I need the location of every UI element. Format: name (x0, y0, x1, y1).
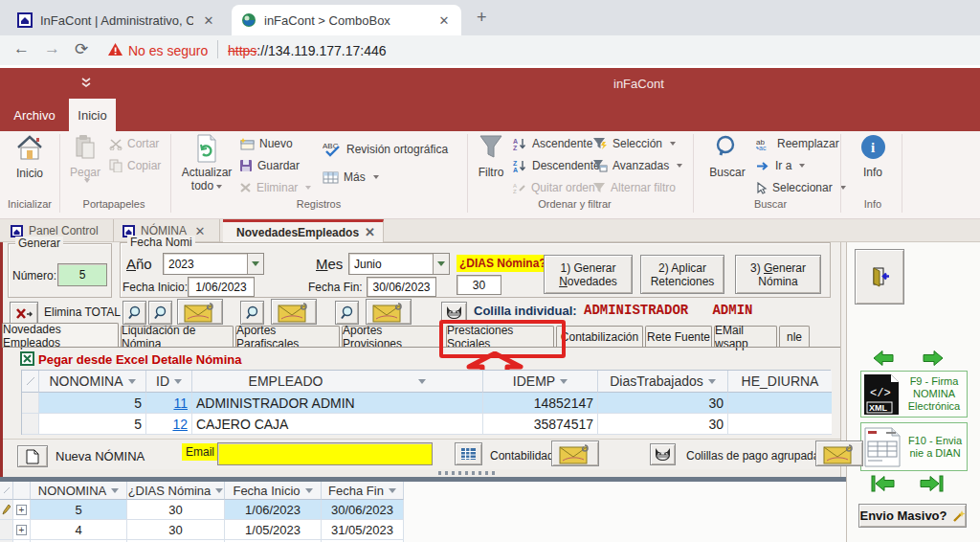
cell-he-diurna[interactable] (728, 414, 832, 435)
subtab-novedades-empleados[interactable]: Novedades Empleados (2, 323, 119, 348)
cell-id[interactable]: 11 (146, 393, 192, 414)
new-tab-icon[interactable]: + (477, 8, 487, 28)
ribbon-reemplazar-button[interactable]: abac Reemplazar (756, 137, 839, 150)
ribbon-descendente-button[interactable]: ZA Descendente (513, 159, 600, 172)
id-link[interactable]: 12 (172, 417, 188, 432)
url-text[interactable]: https://134.119.177.17:446 (228, 43, 387, 58)
mes-combobox[interactable]: Junio (348, 253, 450, 275)
contabilidad-email-button[interactable] (551, 440, 599, 466)
ano-combobox[interactable]: 2023 (163, 253, 264, 275)
envio-masivo-button[interactable]: Envio Masivo? (858, 504, 967, 528)
ribbon-info-button[interactable]: i Info (854, 134, 892, 179)
cell-empleado[interactable]: ADMINISTRADOR ADMIN (192, 393, 483, 414)
sort-icon[interactable] (418, 379, 426, 384)
security-warning-text[interactable]: No es seguro (128, 43, 208, 58)
cell-dias[interactable]: 30 (127, 520, 225, 540)
email-send-button-1[interactable] (177, 299, 223, 325)
ribbon-quitar-orden-button[interactable]: AZ Quitar orden (513, 181, 595, 194)
row-selector[interactable] (22, 414, 39, 435)
sort-icon[interactable] (111, 488, 119, 493)
tab-inicio[interactable]: Inicio (69, 99, 116, 131)
nueva-nomina-button[interactable] (17, 445, 48, 467)
id-link[interactable]: 11 (173, 395, 188, 411)
contabilidad-grid-button[interactable] (455, 442, 482, 465)
cell-he-diurna[interactable] (728, 393, 832, 414)
sort-icon[interactable] (305, 488, 313, 493)
elimina-total-button[interactable] (10, 302, 38, 325)
f9-firma-button[interactable]: </>XML F9 - Firma NOMINA Electrónica (860, 371, 968, 418)
email-send-button-3[interactable] (366, 299, 412, 325)
cell-idemp[interactable]: 14852147 (483, 393, 598, 414)
splitter-bar[interactable] (3, 469, 840, 477)
cell-fecha-inicio[interactable]: 1/05/2023 (225, 520, 322, 540)
sort-icon[interactable] (560, 379, 568, 384)
tab-close-icon[interactable]: ✕ (201, 12, 216, 28)
mes-dropdown-icon[interactable] (433, 254, 449, 274)
ribbon-inicio-button[interactable]: Inicio (8, 134, 52, 180)
numero-field[interactable]: 5 (57, 263, 107, 286)
subtab-aportes-parafiscales[interactable]: Aportes Parafiscales (235, 326, 340, 347)
ano-dropdown-icon[interactable] (247, 254, 263, 274)
ribbon-guardar-button[interactable]: Guardar (239, 159, 300, 172)
tab-archivo[interactable]: Archivo (8, 99, 61, 131)
exit-button[interactable] (855, 249, 904, 305)
doctab-close-icon[interactable]: ✕ (365, 225, 375, 240)
col-header-fecha-fin[interactable]: Fecha Fin (322, 482, 404, 500)
cell-nonomina[interactable]: 5 (39, 414, 146, 435)
cell-fecha-fin[interactable]: 30/06/2023 (322, 500, 404, 520)
forward-icon[interactable]: → (44, 39, 60, 58)
col-header-idemp[interactable]: IDEMP (483, 371, 598, 393)
doctab-novedades-empleados[interactable]: NovedadesEmpleados ✕ (223, 219, 384, 242)
sort-icon[interactable] (708, 379, 716, 384)
ribbon-pegar-button[interactable]: Pegar (65, 134, 105, 183)
ribbon-copiar-button[interactable]: Copiar (109, 159, 161, 172)
excel-icon[interactable] (20, 351, 34, 366)
cell-nonomina[interactable]: 5 (39, 393, 146, 414)
ribbon-actualizar-todo-button[interactable]: Actualizar todo (180, 134, 234, 192)
cell-fecha-inicio[interactable]: 1/06/2023 (225, 500, 322, 520)
ribbon-seleccionar-button[interactable]: Seleccionar (756, 181, 846, 194)
dias-nomina-field[interactable]: 30 (457, 275, 501, 295)
cell-fecha-fin[interactable]: 31/05/2023 (322, 520, 404, 540)
ribbon-mas-button[interactable]: Más (323, 170, 379, 184)
row-selector-editing[interactable] (0, 500, 13, 520)
col-header-id[interactable]: ID (146, 371, 192, 393)
subtab-aportes-provisiones[interactable]: Aportes Provisiones (342, 326, 443, 347)
zoom-button-4[interactable] (335, 301, 359, 325)
col-header-nonomina[interactable]: NONOMINA (39, 371, 146, 393)
ribbon-avanzadas-button[interactable]: Avanzadas (592, 159, 682, 172)
f10-envia-button[interactable]: F10 - Envia nie a DIAN (860, 422, 968, 471)
browser-tab-combobox[interactable]: inFaCont > ComboBox ✕ (232, 5, 461, 35)
cell-idemp[interactable]: 35874517 (483, 414, 598, 435)
pegar-excel-label[interactable]: Pegar desde Excel Detalle Nómina (38, 352, 241, 367)
ribbon-buscar-button[interactable]: Buscar (704, 134, 750, 179)
fecha-inicio-field[interactable]: 1/06/2023 (188, 277, 255, 297)
cat-print-button-2[interactable] (650, 443, 676, 465)
expand-plus-icon[interactable]: + (16, 525, 27, 535)
subtab-nle[interactable]: nle (779, 326, 810, 347)
cell-nonomina[interactable]: 4 (31, 520, 127, 540)
quick-access-chevron-icon[interactable] (80, 77, 92, 88)
cell-dias[interactable]: 30 (127, 500, 225, 520)
expand-plus-icon[interactable]: + (16, 505, 27, 515)
zoom-button-3[interactable] (240, 301, 264, 325)
generar-novedades-button[interactable]: 1) Generar Novedades (544, 255, 633, 294)
expand-cell[interactable]: + (13, 520, 31, 540)
row-selector[interactable] (22, 393, 39, 414)
cell-nonomina[interactable]: 5 (31, 500, 127, 520)
generar-nomina-button[interactable]: 3) Generar Nómina (735, 255, 821, 294)
ribbon-nuevo-button[interactable]: Nuevo (239, 137, 293, 150)
email-input[interactable] (217, 442, 433, 465)
sort-icon[interactable] (174, 379, 182, 384)
aplicar-retenciones-button[interactable]: 2) Aplicar Retenciones (640, 255, 724, 294)
security-warning-icon[interactable] (107, 42, 123, 57)
subtab-rete-fuente[interactable]: Rete Fuente (645, 326, 712, 347)
sort-icon[interactable] (128, 379, 136, 384)
zoom-button-2[interactable] (148, 301, 172, 325)
subtab-liquidacion-nomina[interactable]: Liquidación de Nómina (121, 326, 234, 347)
reload-icon[interactable]: ⟳ (75, 39, 88, 59)
first-record-arrow-icon[interactable] (870, 475, 895, 492)
ribbon-eliminar-button[interactable]: Eliminar (239, 181, 311, 194)
ribbon-ir-a-button[interactable]: Ir a (756, 159, 805, 172)
ribbon-cortar-button[interactable]: Cortar (109, 137, 159, 150)
